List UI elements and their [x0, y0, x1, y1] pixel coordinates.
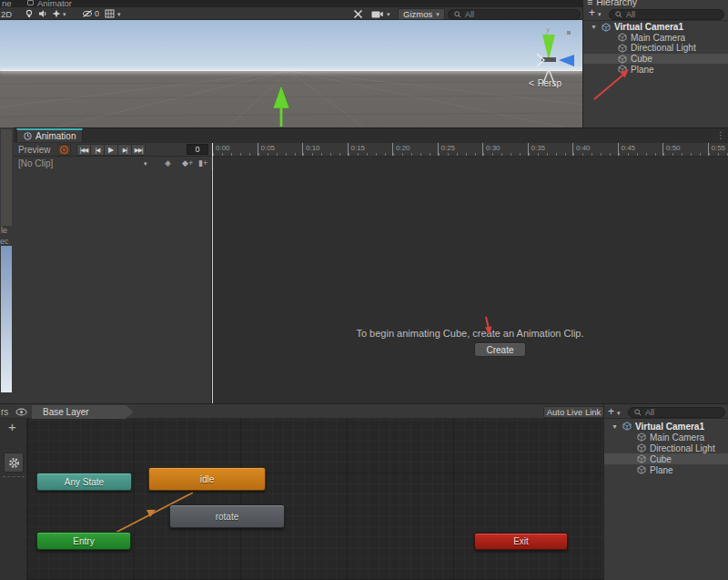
hierarchy-item[interactable]: Plane: [583, 64, 728, 75]
record-icon: [60, 146, 68, 154]
hierarchy-item[interactable]: Plane: [604, 464, 728, 475]
transport-controls: |◀◀ |◀ ▶ ▶| ▶▶|: [77, 144, 146, 156]
grid-visibility-icon[interactable]: [105, 9, 115, 18]
grid-dropdown-caret[interactable]: ▾: [117, 11, 121, 18]
partial-tab-top[interactable]: le: [1, 226, 7, 235]
add-object-caret[interactable]: ▾: [617, 410, 621, 417]
go-to-end-button[interactable]: ▶▶|: [131, 144, 146, 156]
ruler-tick: 0:20: [392, 143, 438, 156]
scene-camera-icon[interactable]: [371, 10, 383, 18]
scene-search-input[interactable]: All: [448, 9, 581, 20]
hierarchy-tree: ▼ Virtual Camera1 Main Camera: [583, 22, 728, 75]
ruler-tick: 0:05: [258, 143, 303, 156]
playhead-line[interactable]: [212, 143, 213, 403]
add-object-button[interactable]: +: [589, 6, 595, 19]
hierarchy-item[interactable]: Directional Light: [583, 43, 728, 54]
sidebar-divider: [3, 476, 25, 477]
component-tools-icon[interactable]: [353, 9, 363, 19]
layers-tab-partial[interactable]: rs: [1, 407, 8, 417]
state-node-exit[interactable]: Exit: [474, 533, 568, 550]
state-node-rotate[interactable]: rotate: [169, 504, 285, 528]
scene-view-toolbar: 2D ▾ 0 ▾ ▾ Gizmos ▾: [0, 7, 582, 20]
2d-toggle-button[interactable]: 2D: [1, 9, 12, 19]
hierarchy-children: Main Camera Directional Light Cu: [583, 33, 728, 75]
animator-panel: rs Base Layer Auto Live Link + ▾ All +: [0, 403, 728, 580]
gameobject-icon: [637, 465, 646, 474]
panel-menu-icon[interactable]: ⋮: [716, 130, 725, 140]
add-object-caret[interactable]: ▾: [598, 11, 602, 18]
gizmos-dropdown[interactable]: Gizmos ▾: [398, 8, 445, 20]
filter-curves-icon[interactable]: ◈: [165, 158, 171, 168]
animation-tab[interactable]: Animation: [16, 128, 83, 142]
camera-dropdown-caret[interactable]: ▾: [387, 11, 390, 18]
state-node-any-state[interactable]: Any State: [36, 473, 132, 491]
item-label: Cube: [650, 454, 672, 464]
hierarchy-search-input[interactable]: All: [609, 9, 724, 20]
preview-button[interactable]: Preview: [18, 145, 51, 155]
hierarchy-item[interactable]: Directional Light: [604, 443, 728, 453]
add-object-button[interactable]: +: [608, 405, 614, 418]
next-key-button[interactable]: ▶|: [117, 144, 132, 156]
clip-selector[interactable]: [No Clip]: [18, 158, 53, 168]
root-label: Virtual Camera1: [635, 422, 704, 432]
go-to-start-button[interactable]: |◀◀: [76, 144, 91, 156]
ruler-tick: 0:35: [528, 143, 573, 156]
add-layer-button[interactable]: +: [8, 419, 16, 434]
search-icon: [615, 11, 622, 18]
state-node-idle[interactable]: idle: [148, 467, 266, 491]
gear-icon: [8, 457, 20, 469]
hidden-objects-icon[interactable]: [82, 9, 93, 18]
hierarchy-tab-clipped[interactable]: ≡ Hierarchy: [583, 0, 728, 7]
hierarchy-item-root[interactable]: ▼ Virtual Camera1: [583, 22, 728, 33]
divider: [603, 404, 604, 420]
search-icon: [634, 409, 642, 416]
tick-label: 0:30: [486, 144, 500, 152]
state-machine-graph[interactable]: [27, 419, 603, 580]
tick-label: 0:25: [441, 144, 456, 152]
animation-tabbar: Animation ⋮: [14, 127, 728, 143]
perspective-label[interactable]: < Persp: [529, 78, 561, 88]
partial-tab-label[interactable]: ne: [2, 0, 12, 7]
effects-toggle-icon[interactable]: [52, 9, 61, 18]
create-clip-button[interactable]: Create: [474, 342, 526, 357]
play-button[interactable]: ▶: [104, 144, 118, 156]
animator-tab-icon: [27, 0, 34, 5]
breadcrumb-base-layer[interactable]: Base Layer: [32, 405, 134, 419]
lighting-toggle-icon[interactable]: [25, 9, 34, 18]
ruler-tick: 0:40: [572, 143, 618, 156]
hierarchy-search-input[interactable]: All: [628, 407, 725, 418]
hierarchy-item[interactable]: Cube: [583, 54, 728, 65]
gizmos-label: Gizmos: [403, 9, 432, 19]
timeline-ruler[interactable]: 0:00 0:05 0:10 0:15 0:20: [212, 143, 728, 157]
search-icon: [454, 11, 461, 18]
record-button[interactable]: [57, 144, 71, 156]
effects-dropdown-caret[interactable]: ▾: [63, 11, 66, 18]
hierarchy-item-root[interactable]: ▼ Virtual Camera1: [604, 421, 728, 432]
add-keyframe-icon[interactable]: ◆+: [182, 158, 193, 168]
hierarchy-search-value: All: [626, 10, 635, 19]
scene-viewport[interactable]: y < Persp: [0, 20, 582, 127]
frame-field[interactable]: 0: [187, 144, 208, 155]
gizmo-y-axis-label: y: [546, 25, 550, 34]
item-label: Plane: [650, 465, 673, 475]
ruler-tick: 0:15: [348, 143, 393, 156]
hierarchy-item[interactable]: Main Camera: [604, 432, 728, 443]
layer-settings-button[interactable]: [4, 453, 24, 473]
clip-selector-caret[interactable]: ▾: [144, 160, 147, 168]
eye-icon[interactable]: [15, 408, 27, 416]
previous-key-button[interactable]: |◀: [90, 144, 105, 156]
animator-window-tab[interactable]: Animator: [37, 0, 72, 7]
state-node-entry[interactable]: Entry: [36, 532, 131, 550]
hierarchy-item[interactable]: Cube: [604, 453, 728, 464]
move-gizmo-y-arrow[interactable]: [269, 84, 293, 127]
search-value: All: [645, 408, 654, 417]
partial-tab-bottom[interactable]: ec: [0, 237, 9, 246]
animation-left-column[interactable]: [14, 170, 212, 403]
foldout-icon[interactable]: ▼: [612, 423, 619, 430]
add-event-icon[interactable]: ▮+: [198, 158, 207, 168]
audio-toggle-icon[interactable]: [38, 9, 47, 18]
dopesheet-area[interactable]: To begin animating Cube, create an Anima…: [212, 157, 728, 403]
hierarchy-item[interactable]: Main Camera: [583, 33, 728, 44]
foldout-icon[interactable]: ▼: [591, 24, 598, 30]
auto-live-link-button[interactable]: Auto Live Link: [543, 406, 604, 418]
